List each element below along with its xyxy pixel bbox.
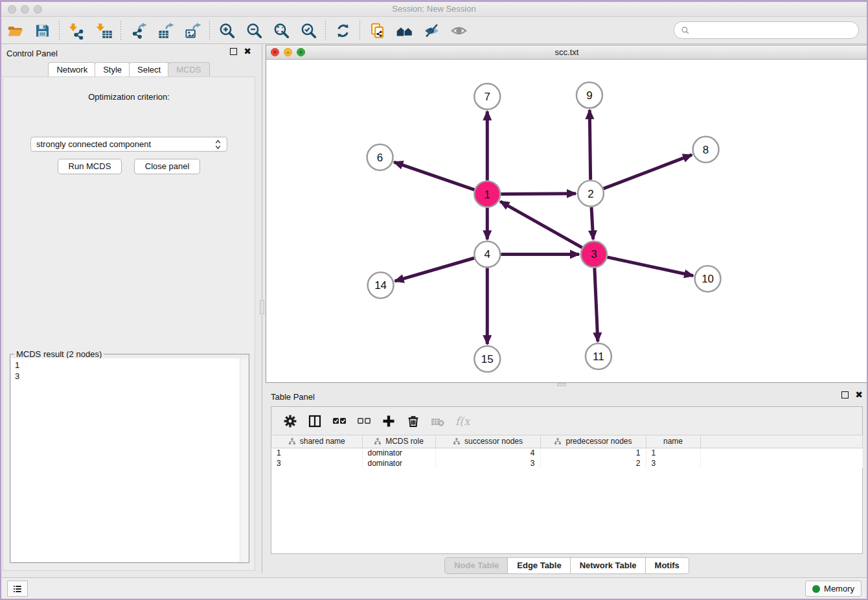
edge-3-10[interactable]: [607, 257, 693, 276]
horizontal-splitter-grip[interactable]: [557, 383, 566, 386]
graph-node-6[interactable]: 6: [367, 144, 393, 170]
graph-node-10[interactable]: 10: [695, 266, 721, 292]
annotation-button[interactable]: [365, 19, 389, 41]
edge-2-8[interactable]: [604, 155, 692, 189]
apply-layout-button[interactable]: [331, 19, 354, 41]
svg-text:4: 4: [485, 248, 490, 260]
table-cell[interactable]: 1: [540, 448, 646, 458]
network-canvas[interactable]: 1234678910111415: [266, 60, 867, 382]
close-panel-icon[interactable]: ✖: [244, 48, 251, 55]
criterion-dropdown[interactable]: strongly connected component: [30, 137, 227, 152]
float-panel-icon[interactable]: [230, 48, 237, 55]
vertical-splitter[interactable]: [259, 44, 265, 573]
table-row[interactable]: 3dominator323: [271, 458, 862, 468]
column-header-successor-nodes[interactable]: successor nodes: [435, 435, 540, 448]
edge-2-9[interactable]: [589, 110, 590, 180]
hide-selected-button[interactable]: [420, 19, 443, 41]
open-file-button[interactable]: [3, 19, 27, 41]
zoom-fit-button[interactable]: [269, 19, 293, 41]
graph-node-7[interactable]: 7: [474, 84, 500, 110]
network-window-titlebar[interactable]: ✕ – + scc.txt: [266, 45, 867, 60]
search-box[interactable]: [674, 21, 859, 39]
tab-mcds[interactable]: MCDS: [168, 62, 209, 77]
save-session-button[interactable]: [30, 19, 54, 41]
graph-node-2[interactable]: 2: [578, 181, 604, 207]
export-network-button[interactable]: [126, 19, 150, 41]
memory-button[interactable]: Memory: [805, 581, 862, 597]
graph-node-14[interactable]: 14: [368, 272, 394, 298]
edge-2-3[interactable]: [591, 207, 593, 240]
mcds-result-text[interactable]: 13: [11, 358, 240, 562]
graph-node-8[interactable]: 8: [693, 137, 719, 163]
first-neighbors-button[interactable]: [393, 19, 416, 41]
tab-style[interactable]: Style: [95, 62, 130, 77]
zoom-fit-icon: [273, 22, 290, 40]
column-header-predecessor-nodes[interactable]: predecessor nodes: [540, 435, 646, 448]
search-input[interactable]: [694, 25, 852, 35]
create-column-button[interactable]: [378, 411, 400, 432]
import-network-button[interactable]: [65, 19, 88, 41]
graph-node-15[interactable]: 15: [474, 346, 500, 372]
run-mcds-button[interactable]: Run MCDS: [58, 159, 122, 174]
result-scrollbar[interactable]: [240, 358, 248, 562]
edge-4-14[interactable]: [395, 258, 475, 281]
import-table-button[interactable]: [92, 19, 115, 41]
zoom-in-button[interactable]: [215, 19, 238, 41]
close-table-panel-icon[interactable]: ✖: [855, 391, 863, 398]
table-row[interactable]: 1dominator411: [271, 448, 862, 458]
table-cell[interactable]: 1: [271, 448, 362, 458]
table-cell[interactable]: 4: [435, 448, 540, 458]
edge-3-11[interactable]: [595, 268, 598, 341]
table-cell[interactable]: dominator: [362, 448, 435, 458]
table-cell[interactable]: 3: [271, 458, 362, 468]
graph-node-9[interactable]: 9: [577, 82, 602, 108]
table-cell[interactable]: [700, 458, 862, 468]
svg-text:3: 3: [591, 248, 597, 260]
column-header-name[interactable]: name: [646, 435, 700, 448]
delete-column-button[interactable]: [402, 411, 424, 432]
table-cell[interactable]: 2: [540, 458, 646, 468]
graph-node-4[interactable]: 4: [474, 241, 500, 267]
delete-table-button: [427, 411, 449, 432]
close-panel-button[interactable]: Close panel: [134, 159, 201, 174]
status-bar: Memory: [1, 577, 867, 599]
table-cell[interactable]: 1: [646, 448, 700, 458]
zoom-selected-button[interactable]: [297, 19, 320, 41]
task-history-button[interactable]: [7, 581, 28, 597]
table-settings-button[interactable]: [279, 411, 301, 432]
show-column-panel-button[interactable]: [304, 411, 326, 432]
select-all-rows-button[interactable]: [328, 411, 350, 432]
tab-network-table[interactable]: Network Table: [570, 557, 646, 574]
tab-motifs[interactable]: Motifs: [645, 557, 689, 574]
edge-1-2[interactable]: [501, 194, 576, 194]
graph-node-3[interactable]: 3: [581, 241, 607, 267]
edge-3-1[interactable]: [500, 202, 582, 248]
export-table-button[interactable]: [154, 19, 177, 41]
tab-node-table[interactable]: Node Table: [444, 557, 508, 574]
export-image-button[interactable]: [181, 19, 204, 41]
tab-edge-table[interactable]: Edge Table: [507, 557, 571, 574]
column-header-MCDS-role[interactable]: MCDS role: [362, 435, 435, 448]
table-cell[interactable]: dominator: [362, 458, 435, 468]
table-cell[interactable]: 3: [435, 458, 540, 468]
column-label: name: [663, 437, 683, 446]
graph-node-1[interactable]: 1: [474, 181, 500, 207]
deselect-all-rows-button[interactable]: [353, 411, 375, 432]
edge-1-6[interactable]: [394, 162, 474, 190]
result-line: 3: [15, 371, 236, 382]
show-all-button[interactable]: [447, 19, 470, 41]
home-icon: [396, 22, 413, 40]
network-graph[interactable]: 1234678910111415: [266, 60, 867, 382]
tab-network[interactable]: Network: [48, 62, 96, 77]
control-panel: Control Panel ✖ NetworkStyleSelectMCDS O…: [1, 44, 257, 573]
splitter-grip[interactable]: [260, 300, 264, 314]
toolbar-separator: [59, 21, 60, 40]
zoom-out-button[interactable]: [242, 19, 266, 41]
table-cell[interactable]: [700, 448, 862, 458]
column-header-shared-name[interactable]: shared name: [271, 435, 362, 448]
float-table-panel-icon[interactable]: [841, 391, 849, 398]
tab-select[interactable]: Select: [129, 62, 169, 77]
toolbar-separator: [209, 21, 210, 40]
graph-node-11[interactable]: 11: [586, 343, 611, 369]
table-cell[interactable]: 3: [646, 458, 700, 468]
